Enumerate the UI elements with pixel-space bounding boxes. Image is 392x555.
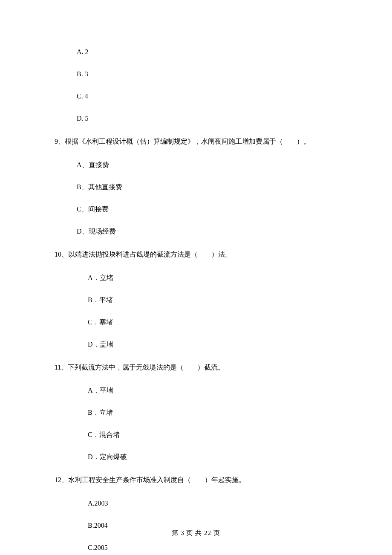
option-c: C、间接费 [77,204,337,214]
option-c: C. 4 [77,91,337,101]
option-group-9: A、直接费 B、其他直接费 C、间接费 D、现场经费 [77,160,337,237]
option-b: B．立堵 [88,408,337,418]
option-d: D．盖堵 [88,339,337,350]
option-c: C．混合堵 [88,430,337,440]
option-a: A．平堵 [88,385,337,396]
option-c: C．塞堵 [88,317,337,327]
document-page: A. 2 B. 3 C. 4 D. 5 9、根据《水利工程设计概（估）算编制规定… [0,0,392,555]
option-a: A.2003 [88,498,337,509]
option-group-10: A．立堵 B．平堵 C．塞堵 D．盖堵 [88,273,337,350]
option-group-top: A. 2 B. 3 C. 4 D. 5 [77,47,337,124]
option-b: B. 3 [77,69,337,79]
option-group-11: A．平堵 B．立堵 C．混合堵 D．定向爆破 [88,385,337,462]
option-a: A、直接费 [77,160,337,170]
option-d: D、现场经费 [77,226,337,237]
option-b: B．平堵 [88,295,337,305]
question-10: 10、以端进法抛投块料进占戗堤的截流方法是（ ）法。 [55,249,337,261]
option-group-12: A.2003 B.2004 C.2005 D.2006 [88,498,337,555]
option-c: C.2005 [88,543,337,553]
option-a: A. 2 [77,47,337,57]
option-d: D．定向爆破 [88,452,337,462]
option-a: A．立堵 [88,273,337,283]
question-12: 12、水利工程安全生产条件市场准入制度自（ ）年起实施。 [55,474,337,486]
question-9: 9、根据《水利工程设计概（估）算编制规定》，水闸夜间施工增加费属于（ ）。 [55,136,337,148]
question-11: 11、下列截流方法中，属于无戗堤法的是（ ）截流。 [55,361,337,374]
page-footer: 第 3 页 共 22 页 [0,529,392,537]
option-d: D. 5 [77,113,337,124]
option-b: B、其他直接费 [77,182,337,192]
